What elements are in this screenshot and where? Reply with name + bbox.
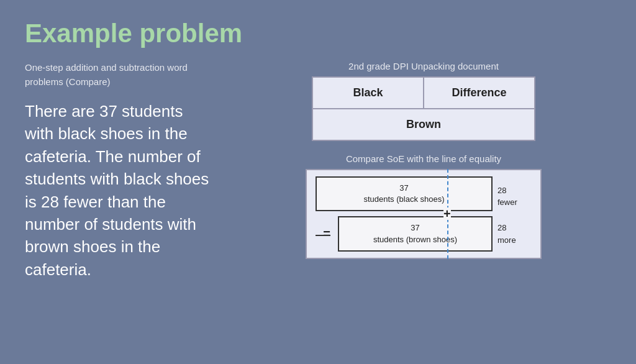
soe-bottom-box: 37 students (brown shoes) [338,216,493,251]
dpi-diagram-section: 2nd grade DPI Unpacking document Black D… [236,61,611,141]
dpi-cell-black: Black [313,78,424,108]
page-title: Example problem [25,19,611,48]
dpi-label: 2nd grade DPI Unpacking document [348,61,499,71]
soe-top-box: 37 students (black shoes) [316,176,493,211]
soe-right-bottom: 28 more [497,219,532,246]
soe-right-top: 28 fewer [497,182,532,209]
dpi-table: Black Difference Brown [312,76,535,141]
soe-top-box-line1: 37 [323,183,485,194]
soe-bottom-row: = 37 students (brown shoes) [316,216,493,251]
content-area: One-step addition and subtraction word p… [25,61,611,345]
soe-diagram-section: Compare SoE with the line of equality + … [236,153,611,259]
soe-bottom-box-line1: 37 [345,222,485,234]
page-container: Example problem One-step addition and su… [0,0,636,364]
soe-main-column: 37 students (black shoes) = 37 [316,176,493,252]
soe-outer: + 37 students (black shoes) [306,169,542,259]
dpi-cell-difference: Difference [424,78,534,108]
dpi-top-row: Black Difference [313,78,534,109]
problem-text: There are 37 students with black shoes i… [25,100,211,281]
dpi-cell-brown: Brown [313,109,534,140]
soe-top-box-line2: students (black shoes) [323,194,485,205]
soe-equals-label: = [316,227,338,241]
soe-label: Compare SoE with the line of equality [346,153,501,164]
soe-right-bottom-line1: 28 [497,222,532,234]
right-panel: 2nd grade DPI Unpacking document Black D… [236,61,611,345]
soe-right-bottom-line2: more [497,234,532,247]
soe-right-labels: 28 fewer 28 more [497,176,532,252]
left-panel: One-step addition and subtraction word p… [25,61,211,345]
soe-right-top-line2: fewer [497,196,532,209]
soe-right-top-line1: 28 [497,184,532,197]
subtitle-text: One-step addition and subtraction word p… [25,61,211,89]
plus-icon: + [443,207,451,220]
soe-bottom-box-line2: students (brown shoes) [345,234,485,245]
